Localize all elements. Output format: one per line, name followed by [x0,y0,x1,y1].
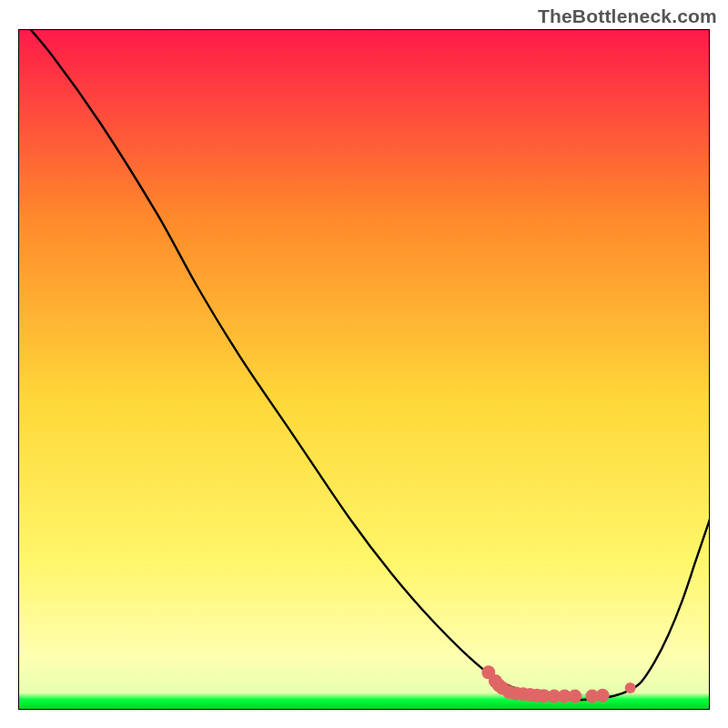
optimal-point-marker [568,690,581,703]
bottleneck-chart [18,29,710,710]
optimal-point-marker [596,689,610,703]
chart-svg [18,29,710,710]
watermark-text: TheBottleneck.com [538,5,717,27]
gradient-background [18,29,710,710]
optimal-point-marker [625,682,636,693]
chart-container: TheBottleneck.com [0,0,728,728]
